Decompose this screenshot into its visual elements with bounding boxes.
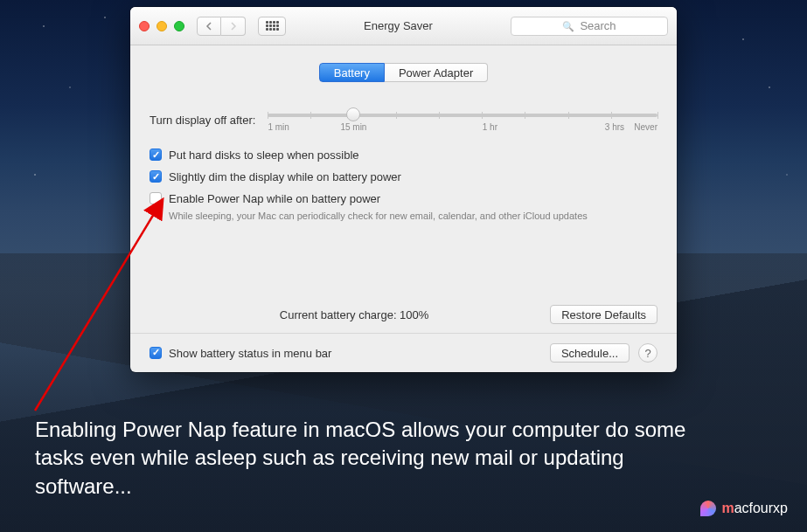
show-all-button[interactable] [258, 17, 286, 36]
nav-back-forward [197, 17, 246, 36]
checkbox-icon [150, 170, 162, 183]
forward-button[interactable] [221, 17, 246, 36]
checkbox-label: Show battery status in menu bar [169, 347, 331, 360]
checkbox-icon [150, 149, 162, 161]
opt-power-nap[interactable]: Enable Power Nap while on battery power [150, 192, 657, 205]
display-off-slider-row: Turn display off after: 1 min 15 min 1 h… [150, 107, 657, 133]
footer-status-row: Current battery charge: 100% Restore Def… [130, 305, 677, 334]
preferences-window: Energy Saver Search Battery Power Adapte… [130, 7, 677, 372]
window-controls [139, 21, 190, 31]
opt-dim-display[interactable]: Slightly dim the display while on batter… [150, 170, 657, 183]
minimize-icon[interactable] [157, 21, 167, 31]
checkbox-list: Put hard disks to sleep when possible Sl… [150, 149, 657, 221]
slider-scale: 1 min 15 min 1 hr 3 hrs Never [268, 122, 657, 132]
content-area: Battery Power Adapter Turn display off a… [130, 45, 677, 221]
tab-label: Battery [334, 66, 370, 79]
opt-menu-bar-status[interactable]: Show battery status in menu bar [150, 347, 331, 360]
help-icon: ? [644, 347, 650, 360]
checkbox-label: Put hard disks to sleep when possible [169, 149, 359, 162]
help-button[interactable]: ? [638, 343, 657, 363]
maximize-icon[interactable] [174, 21, 184, 31]
watermark: macfourxp [700, 501, 788, 516]
slider-ticks [268, 112, 657, 119]
restore-defaults-button[interactable]: Restore Defaults [550, 305, 657, 324]
close-icon[interactable] [139, 21, 150, 31]
checkbox-icon [150, 192, 162, 204]
tab-switcher: Battery Power Adapter [150, 63, 657, 82]
brand-text: macfourxp [721, 501, 788, 516]
brand-logo-icon [700, 501, 716, 516]
window-title: Energy Saver [293, 19, 504, 32]
button-label: Schedule... [561, 347, 618, 360]
checkbox-icon [150, 347, 162, 359]
checkbox-label: Slightly dim the display while on batter… [169, 170, 401, 183]
search-placeholder: Search [580, 19, 616, 32]
grid-icon [266, 21, 279, 31]
search-input[interactable]: Search [511, 17, 668, 36]
footer-options-row: Show battery status in menu bar Schedule… [130, 334, 677, 372]
tab-label: Power Adapter [399, 66, 473, 79]
slider-label: Turn display off after: [150, 114, 255, 127]
checkbox-label: Enable Power Nap while on battery power [169, 192, 380, 205]
back-button[interactable] [197, 17, 221, 36]
display-off-slider[interactable]: 1 min 15 min 1 hr 3 hrs Never [268, 107, 657, 133]
tab-battery[interactable]: Battery [319, 63, 385, 82]
tab-power-adapter[interactable]: Power Adapter [385, 63, 488, 82]
titlebar: Energy Saver Search [130, 7, 677, 45]
opt-hard-disk[interactable]: Put hard disks to sleep when possible [150, 149, 657, 162]
power-nap-description: While sleeping, your Mac can periodicall… [169, 211, 657, 221]
schedule-button[interactable]: Schedule... [550, 343, 630, 363]
caption-text: Enabling Power Nap feature in macOS allo… [35, 416, 702, 501]
battery-charge-status: Current battery charge: 100% [150, 308, 550, 321]
slider-thumb[interactable] [346, 107, 360, 121]
search-icon [562, 19, 574, 32]
button-label: Restore Defaults [561, 308, 646, 321]
